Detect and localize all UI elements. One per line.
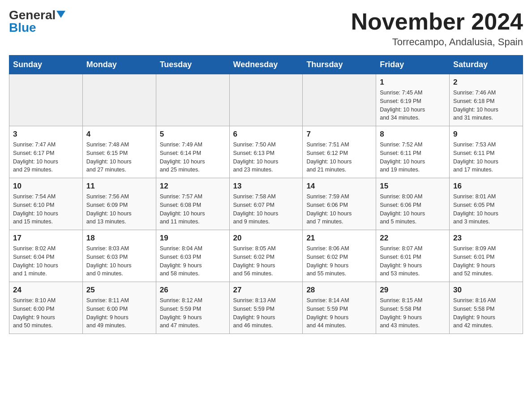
calendar-cell: 12Sunrise: 7:57 AM Sunset: 6:08 PM Dayli…: [156, 178, 229, 230]
logo-general-text: General: [9, 9, 56, 21]
calendar-cell: 17Sunrise: 8:02 AM Sunset: 6:04 PM Dayli…: [9, 230, 83, 282]
page-header: General Blue November 2024 Torrecampo, A…: [9, 9, 523, 48]
day-info: Sunrise: 8:04 AM Sunset: 6:03 PM Dayligh…: [160, 244, 226, 278]
calendar-cell: 14Sunrise: 7:59 AM Sunset: 6:06 PM Dayli…: [303, 178, 376, 230]
day-number: 24: [13, 286, 79, 295]
weekday-header-saturday: Saturday: [450, 56, 523, 74]
day-info: Sunrise: 8:11 AM Sunset: 6:00 PM Dayligh…: [86, 296, 152, 330]
day-info: Sunrise: 7:50 AM Sunset: 6:13 PM Dayligh…: [233, 141, 299, 174]
day-number: 5: [160, 130, 226, 139]
day-number: 28: [306, 286, 372, 295]
day-info: Sunrise: 8:09 AM Sunset: 6:01 PM Dayligh…: [453, 244, 519, 278]
day-number: 7: [306, 130, 372, 139]
day-info: Sunrise: 7:52 AM Sunset: 6:11 PM Dayligh…: [380, 141, 446, 174]
day-info: Sunrise: 8:07 AM Sunset: 6:01 PM Dayligh…: [380, 244, 446, 278]
calendar-cell: 11Sunrise: 7:56 AM Sunset: 6:09 PM Dayli…: [82, 178, 156, 230]
day-number: 11: [86, 182, 152, 191]
calendar-cell: 20Sunrise: 8:05 AM Sunset: 6:02 PM Dayli…: [229, 230, 303, 282]
day-number: 16: [453, 182, 519, 191]
day-info: Sunrise: 8:15 AM Sunset: 5:58 PM Dayligh…: [380, 296, 446, 330]
calendar-week-row: 1Sunrise: 7:45 AM Sunset: 6:19 PM Daylig…: [9, 74, 523, 126]
calendar-cell: 15Sunrise: 8:00 AM Sunset: 6:06 PM Dayli…: [376, 178, 450, 230]
day-info: Sunrise: 8:10 AM Sunset: 6:00 PM Dayligh…: [13, 296, 79, 330]
day-number: 12: [160, 182, 226, 191]
calendar-title: November 2024: [351, 9, 523, 34]
calendar-cell: 2Sunrise: 7:46 AM Sunset: 6:18 PM Daylig…: [450, 74, 523, 126]
day-info: Sunrise: 7:46 AM Sunset: 6:18 PM Dayligh…: [453, 89, 519, 122]
day-number: 30: [453, 286, 519, 295]
day-number: 29: [380, 286, 446, 295]
day-info: Sunrise: 7:59 AM Sunset: 6:06 PM Dayligh…: [306, 193, 372, 226]
day-info: Sunrise: 7:53 AM Sunset: 6:11 PM Dayligh…: [453, 141, 519, 174]
day-number: 26: [160, 286, 226, 295]
day-info: Sunrise: 8:00 AM Sunset: 6:06 PM Dayligh…: [380, 193, 446, 226]
calendar-cell: 21Sunrise: 8:06 AM Sunset: 6:02 PM Dayli…: [303, 230, 376, 282]
calendar-cell: 26Sunrise: 8:12 AM Sunset: 5:59 PM Dayli…: [156, 282, 229, 334]
day-info: Sunrise: 8:13 AM Sunset: 5:59 PM Dayligh…: [233, 296, 299, 330]
day-number: 23: [453, 234, 519, 243]
day-number: 18: [86, 234, 152, 243]
calendar-cell: 29Sunrise: 8:15 AM Sunset: 5:58 PM Dayli…: [376, 282, 450, 334]
day-number: 27: [233, 286, 299, 295]
day-number: 4: [86, 130, 152, 139]
day-info: Sunrise: 7:47 AM Sunset: 6:17 PM Dayligh…: [13, 141, 79, 174]
day-info: Sunrise: 8:05 AM Sunset: 6:02 PM Dayligh…: [233, 244, 299, 278]
weekday-header-thursday: Thursday: [303, 56, 376, 74]
calendar-cell: 8Sunrise: 7:52 AM Sunset: 6:11 PM Daylig…: [376, 126, 450, 178]
calendar-week-row: 10Sunrise: 7:54 AM Sunset: 6:10 PM Dayli…: [9, 178, 523, 230]
calendar-week-row: 24Sunrise: 8:10 AM Sunset: 6:00 PM Dayli…: [9, 282, 523, 334]
day-number: 8: [380, 130, 446, 139]
title-section: November 2024 Torrecampo, Andalusia, Spa…: [351, 9, 523, 48]
calendar-subtitle: Torrecampo, Andalusia, Spain: [351, 36, 523, 48]
calendar-cell: 1Sunrise: 7:45 AM Sunset: 6:19 PM Daylig…: [376, 74, 450, 126]
day-number: 1: [380, 78, 446, 87]
day-number: 3: [13, 130, 79, 139]
day-number: 17: [13, 234, 79, 243]
day-info: Sunrise: 7:57 AM Sunset: 6:08 PM Dayligh…: [160, 193, 226, 226]
day-info: Sunrise: 7:48 AM Sunset: 6:15 PM Dayligh…: [86, 141, 152, 174]
calendar-cell: 28Sunrise: 8:14 AM Sunset: 5:59 PM Dayli…: [303, 282, 376, 334]
day-number: 22: [380, 234, 446, 243]
calendar-cell: 16Sunrise: 8:01 AM Sunset: 6:05 PM Dayli…: [450, 178, 523, 230]
calendar-week-row: 17Sunrise: 8:02 AM Sunset: 6:04 PM Dayli…: [9, 230, 523, 282]
calendar-cell: 23Sunrise: 8:09 AM Sunset: 6:01 PM Dayli…: [450, 230, 523, 282]
calendar-week-row: 3Sunrise: 7:47 AM Sunset: 6:17 PM Daylig…: [9, 126, 523, 178]
calendar-cell: [82, 74, 156, 126]
weekday-header-wednesday: Wednesday: [229, 56, 303, 74]
calendar-cell: 22Sunrise: 8:07 AM Sunset: 6:01 PM Dayli…: [376, 230, 450, 282]
calendar-cell: 6Sunrise: 7:50 AM Sunset: 6:13 PM Daylig…: [229, 126, 303, 178]
day-number: 25: [86, 286, 152, 295]
day-number: 14: [306, 182, 372, 191]
day-info: Sunrise: 7:56 AM Sunset: 6:09 PM Dayligh…: [86, 193, 152, 226]
day-info: Sunrise: 7:45 AM Sunset: 6:19 PM Dayligh…: [380, 89, 446, 122]
day-info: Sunrise: 7:58 AM Sunset: 6:07 PM Dayligh…: [233, 193, 299, 226]
calendar-header-row: SundayMondayTuesdayWednesdayThursdayFrid…: [9, 56, 523, 74]
calendar-cell: 18Sunrise: 8:03 AM Sunset: 6:03 PM Dayli…: [82, 230, 156, 282]
day-info: Sunrise: 7:51 AM Sunset: 6:12 PM Dayligh…: [306, 141, 372, 174]
day-info: Sunrise: 8:06 AM Sunset: 6:02 PM Dayligh…: [306, 244, 372, 278]
day-number: 19: [160, 234, 226, 243]
day-info: Sunrise: 8:03 AM Sunset: 6:03 PM Dayligh…: [86, 244, 152, 278]
calendar-cell: [9, 74, 83, 126]
calendar-cell: 5Sunrise: 7:49 AM Sunset: 6:14 PM Daylig…: [156, 126, 229, 178]
day-number: 21: [306, 234, 372, 243]
weekday-header-sunday: Sunday: [9, 56, 83, 74]
weekday-header-friday: Friday: [376, 56, 450, 74]
day-number: 13: [233, 182, 299, 191]
calendar-cell: 19Sunrise: 8:04 AM Sunset: 6:03 PM Dayli…: [156, 230, 229, 282]
calendar-cell: 25Sunrise: 8:11 AM Sunset: 6:00 PM Dayli…: [82, 282, 156, 334]
day-info: Sunrise: 7:54 AM Sunset: 6:10 PM Dayligh…: [13, 193, 79, 226]
calendar-cell: 4Sunrise: 7:48 AM Sunset: 6:15 PM Daylig…: [82, 126, 156, 178]
calendar-cell: [229, 74, 303, 126]
weekday-header-tuesday: Tuesday: [156, 56, 229, 74]
logo-blue-text: Blue: [9, 21, 36, 34]
calendar-cell: [303, 74, 376, 126]
day-info: Sunrise: 8:14 AM Sunset: 5:59 PM Dayligh…: [306, 296, 372, 330]
weekday-header-monday: Monday: [82, 56, 156, 74]
calendar-cell: 30Sunrise: 8:16 AM Sunset: 5:58 PM Dayli…: [450, 282, 523, 334]
logo: General Blue: [9, 9, 65, 34]
day-number: 2: [453, 78, 519, 87]
calendar-cell: 9Sunrise: 7:53 AM Sunset: 6:11 PM Daylig…: [450, 126, 523, 178]
day-info: Sunrise: 8:16 AM Sunset: 5:58 PM Dayligh…: [453, 296, 519, 330]
calendar-cell: [156, 74, 229, 126]
